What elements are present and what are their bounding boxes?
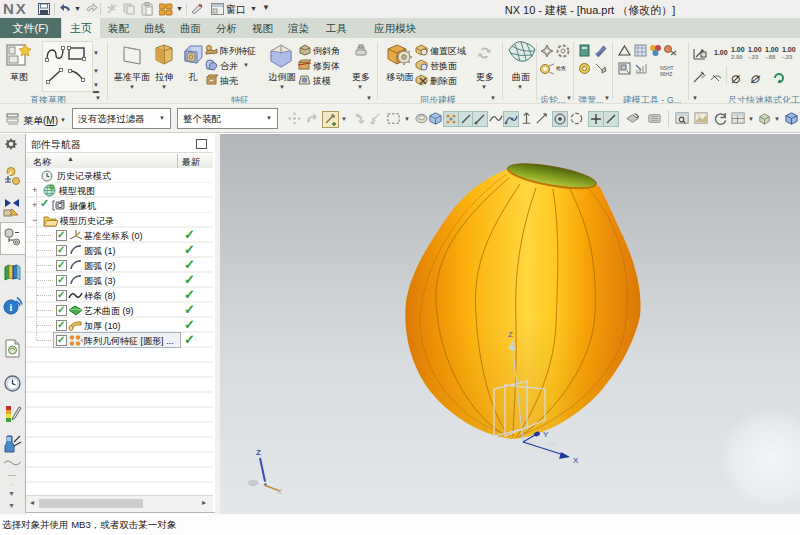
svg-text:i: i: [10, 302, 13, 313]
svg-text:Z: Z: [508, 330, 513, 339]
svg-text:Z: Z: [256, 448, 261, 457]
svg-text:X: X: [573, 456, 579, 465]
svg-text:X: X: [277, 487, 283, 496]
svg-text:Y: Y: [543, 430, 549, 439]
